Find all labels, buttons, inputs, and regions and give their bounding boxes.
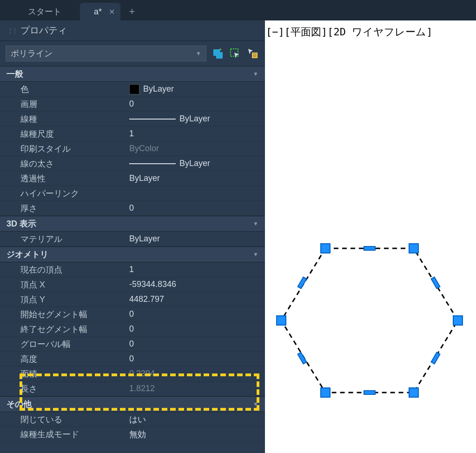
prop-start-seg-width[interactable]: 開始セグメント幅 0: [0, 307, 265, 322]
prop-start-seg-width-label: 開始セグメント幅: [0, 309, 126, 320]
panel-title-text: プロパティ: [20, 24, 67, 37]
prop-layer-value: 0: [126, 99, 265, 109]
svg-rect-20: [298, 277, 307, 289]
section-other-header[interactable]: その他 ▼: [0, 396, 265, 412]
prop-linetype-text: ByLayer: [179, 114, 210, 124]
prop-plotstyle-label: 印刷スタイル: [0, 143, 126, 154]
hexagon-drawing[interactable]: [274, 234, 469, 430]
prop-color-value: ByLayer: [126, 84, 265, 94]
line-sample-icon: [129, 163, 176, 164]
prop-global-width[interactable]: グローバル幅 0: [0, 337, 265, 352]
prop-closed-value: はい: [126, 414, 265, 425]
object-type-selector[interactable]: ポリライン ▼: [6, 46, 206, 61]
prop-closed-label: 閉じている: [0, 414, 126, 425]
prop-area-label: 面積: [0, 368, 126, 380]
prop-global-width-value: 0: [126, 339, 265, 349]
prop-area-value: 0.2394: [126, 369, 265, 379]
tab-start[interactable]: スタート: [14, 3, 80, 20]
prop-ltgen-value: 無効: [126, 429, 265, 440]
prop-current-vertex-label: 現在の頂点: [0, 264, 126, 275]
svg-rect-19: [298, 353, 307, 364]
grip-icon[interactable]: ⋮⋮: [7, 27, 17, 34]
selector-value: ポリライン: [11, 48, 53, 59]
svg-marker-8: [281, 248, 458, 393]
prop-lineweight[interactable]: 線の太さ ByLayer: [0, 156, 265, 171]
properties-panel: ⋮⋮ プロパティ ポリライン ▼ + 一般 ▼: [0, 20, 265, 453]
prop-length-value: 1.8212: [126, 384, 265, 393]
prop-material-label: マテリアル: [0, 233, 126, 245]
prop-closed[interactable]: 閉じている はい: [0, 412, 265, 427]
prop-area[interactable]: 面積 0.2394: [0, 366, 265, 381]
svg-rect-16: [431, 277, 440, 289]
chevron-down-icon: ▼: [253, 71, 258, 77]
add-tab-button[interactable]: +: [124, 4, 140, 20]
toggle-pickadd-icon[interactable]: +: [211, 47, 224, 60]
tool-icons: +: [211, 47, 259, 60]
chevron-down-icon: ▼: [253, 401, 258, 407]
prop-plotstyle[interactable]: 印刷スタイル ByColor: [0, 141, 265, 156]
main-area: ⋮⋮ プロパティ ポリライン ▼ + 一般 ▼: [0, 20, 476, 453]
prop-lineweight-label: 線の太さ: [0, 158, 126, 169]
prop-transparency-label: 透過性: [0, 173, 126, 184]
viewport-label[interactable]: [−][平面図][2D ワイヤフレーム]: [266, 25, 432, 39]
prop-length[interactable]: 長さ 1.8212: [0, 381, 265, 396]
prop-start-seg-width-value: 0: [126, 309, 265, 319]
svg-rect-13: [321, 388, 330, 397]
prop-thickness-label: 厚さ: [0, 203, 126, 214]
svg-rect-11: [453, 316, 463, 325]
prop-transparency[interactable]: 透過性 ByLayer: [0, 171, 265, 186]
prop-vertex-x[interactable]: 頂点 X -59344.8346: [0, 277, 265, 292]
prop-transparency-value: ByLayer: [126, 173, 265, 183]
prop-linetype[interactable]: 線種 ByLayer: [0, 112, 265, 127]
section-3d-header[interactable]: 3D 表示 ▼: [0, 216, 265, 232]
prop-color[interactable]: 色 ByLayer: [0, 82, 265, 97]
select-objects-icon[interactable]: [229, 47, 242, 60]
prop-vertex-y-label: 頂点 Y: [0, 294, 126, 305]
selector-row: ポリライン ▼ +: [0, 41, 265, 66]
svg-rect-9: [321, 244, 330, 253]
tab-start-label: スタート: [28, 6, 61, 17]
prop-thickness[interactable]: 厚さ 0: [0, 201, 265, 216]
prop-linetypescale[interactable]: 線種尺度 1: [0, 127, 265, 141]
prop-linetype-label: 線種: [0, 113, 126, 125]
svg-rect-14: [277, 316, 286, 325]
prop-ltgen-label: 線種生成モード: [0, 429, 126, 440]
close-icon[interactable]: ✕: [109, 7, 115, 16]
prop-end-seg-width-value: 0: [126, 324, 265, 334]
quick-select-icon[interactable]: [246, 47, 259, 60]
prop-end-seg-width-label: 終了セグメント幅: [0, 324, 126, 335]
prop-linetypescale-label: 線種尺度: [0, 128, 126, 140]
prop-end-seg-width[interactable]: 終了セグメント幅 0: [0, 322, 265, 337]
prop-linetype-value: ByLayer: [126, 114, 265, 124]
prop-current-vertex[interactable]: 現在の頂点 1: [0, 262, 265, 277]
prop-elevation-value: 0: [126, 354, 265, 364]
prop-color-label: 色: [0, 84, 126, 95]
prop-vertex-x-value: -59344.8346: [126, 280, 265, 289]
prop-length-label: 長さ: [0, 383, 126, 394]
prop-color-text: ByLayer: [143, 84, 174, 94]
prop-elevation-label: 高度: [0, 353, 126, 365]
prop-linetypescale-value: 1: [126, 129, 265, 139]
svg-rect-15: [364, 246, 375, 250]
prop-plotstyle-value: ByColor: [126, 144, 265, 153]
section-general-header[interactable]: 一般 ▼: [0, 66, 265, 82]
prop-hyperlink[interactable]: ハイパーリンク: [0, 186, 265, 201]
prop-ltgen[interactable]: 線種生成モード 無効: [0, 427, 265, 442]
line-sample-icon: [129, 119, 176, 120]
prop-layer-label: 画層: [0, 99, 126, 110]
tab-active[interactable]: a* ✕: [80, 3, 120, 20]
prop-vertex-y[interactable]: 頂点 Y 4482.797: [0, 292, 265, 307]
prop-layer[interactable]: 画層 0: [0, 97, 265, 112]
prop-vertex-x-label: 頂点 X: [0, 279, 126, 290]
prop-elevation[interactable]: 高度 0: [0, 352, 265, 366]
svg-rect-17: [431, 353, 440, 364]
viewport[interactable]: [−][平面図][2D ワイヤフレーム]: [265, 20, 476, 453]
section-geometry-header[interactable]: ジオメトリ ▼: [0, 246, 265, 262]
prop-current-vertex-value: 1: [126, 265, 265, 274]
prop-material[interactable]: マテリアル ByLayer: [0, 232, 265, 246]
tab-active-label: a*: [94, 7, 102, 17]
prop-hyperlink-label: ハイパーリンク: [0, 188, 126, 199]
prop-thickness-value: 0: [126, 203, 265, 213]
svg-rect-10: [409, 244, 418, 253]
chevron-down-icon: ▼: [253, 251, 258, 258]
